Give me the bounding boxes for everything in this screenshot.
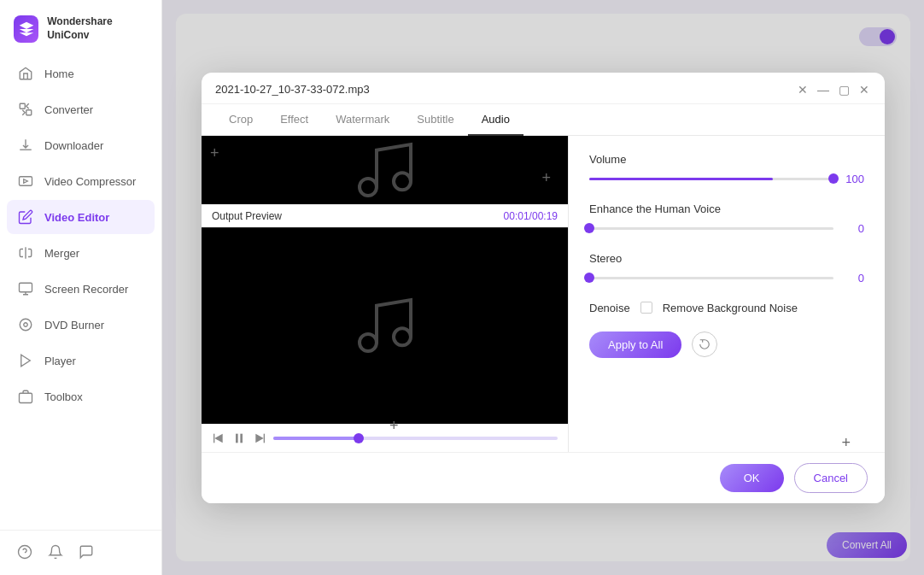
enhance-label: Enhance the Human Voice [589, 202, 864, 215]
reset-icon [699, 338, 711, 350]
enhance-slider-track[interactable] [589, 227, 833, 230]
enhance-group: Enhance the Human Voice 0 [589, 202, 864, 235]
sidebar-nav: Home Converter Downloader [0, 56, 161, 530]
sidebar-item-downloader[interactable]: Downloader [7, 128, 155, 162]
dvd-burner-icon [17, 316, 34, 333]
apply-row: Apply to All [589, 332, 864, 365]
sidebar-item-screen-recorder-label: Screen Recorder [44, 283, 128, 296]
svg-rect-18 [264, 433, 265, 443]
output-preview-label: Output Preview [212, 210, 282, 222]
sidebar-item-toolbox[interactable]: Toolbox [7, 379, 155, 414]
apply-to-all-button[interactable]: Apply to All [589, 332, 681, 358]
sidebar-item-player[interactable]: Player [7, 343, 155, 378]
notifications-icon[interactable] [48, 544, 65, 561]
tab-audio[interactable]: Audio [468, 104, 523, 136]
tab-effect[interactable]: Effect [266, 104, 322, 136]
denoise-checkbox-label: Remove Background Noise [663, 302, 798, 314]
volume-slider-row: 100 [589, 173, 864, 185]
stereo-group: Stereo 0 [589, 252, 864, 285]
sidebar-item-dvd-burner[interactable]: DVD Burner [7, 308, 155, 342]
toolbox-icon [17, 388, 34, 405]
audio-settings-panel: Volume 100 Enhance the Human Vo [569, 136, 885, 452]
app-logo: Wondershare UniConv [0, 9, 161, 56]
bottom-video-output: + + [202, 227, 568, 424]
progress-thumb [354, 433, 364, 443]
tab-subtitle[interactable]: Subtitle [403, 104, 467, 136]
sidebar: Wondershare UniConv Home Convert [0, 0, 162, 575]
sidebar-item-video-compressor-label: Video Compressor [44, 175, 136, 188]
svg-rect-14 [213, 433, 214, 443]
video-panel: + + Output Preview 00:01/00:19 [202, 136, 569, 452]
sidebar-footer [0, 530, 161, 575]
top-video-preview: + + [202, 136, 568, 204]
volume-slider-thumb [828, 173, 839, 184]
svg-marker-13 [214, 433, 222, 443]
reset-button[interactable] [692, 332, 717, 357]
dialog-filename: 2021-10-27_10-37-33-072.mp3 [215, 83, 370, 96]
svg-point-5 [24, 323, 28, 327]
minimize-button[interactable]: — [816, 83, 830, 97]
stereo-value: 0 [844, 272, 864, 285]
feedback-icon[interactable] [79, 544, 96, 561]
enhance-slider-thumb [584, 223, 594, 233]
dialog-tabs: Crop Effect Watermark Subtitle Audio [202, 104, 885, 136]
maximize-button[interactable]: ▢ [837, 83, 851, 97]
sidebar-item-merger[interactable]: Merger [7, 236, 155, 270]
volume-slider-fill [589, 178, 773, 180]
downloader-icon [17, 137, 34, 154]
ok-button[interactable]: OK [720, 464, 784, 492]
music-note-icon-top [351, 136, 419, 204]
svg-rect-0 [20, 103, 25, 109]
progress-fill [273, 437, 359, 440]
close-button[interactable]: ✕ [796, 83, 810, 97]
help-icon[interactable] [17, 544, 34, 561]
sparkle-decoration-bottom2: + [841, 434, 851, 452]
audio-dialog: 2021-10-27_10-37-33-072.mp3 ✕ — ▢ ✕ Crop… [202, 73, 885, 503]
dialog-footer: OK Cancel [202, 452, 885, 503]
preview-label-row: Output Preview 00:01/00:19 [202, 204, 568, 227]
enhance-value: 0 [844, 222, 864, 235]
sidebar-item-video-compressor[interactable]: Video Compressor [7, 164, 155, 198]
sidebar-item-toolbox-label: Toolbox [44, 390, 83, 403]
sidebar-item-downloader-label: Downloader [44, 139, 103, 152]
sidebar-item-video-editor[interactable]: Video Editor [7, 200, 155, 234]
sidebar-item-converter[interactable]: Converter [7, 92, 155, 126]
volume-label: Volume [589, 153, 864, 166]
player-icon [17, 352, 34, 369]
sidebar-item-home-label: Home [44, 67, 74, 80]
merger-icon [17, 244, 34, 261]
sidebar-item-video-editor-label: Video Editor [44, 211, 109, 224]
volume-slider-track[interactable] [589, 178, 833, 180]
stereo-label: Stereo [589, 252, 864, 265]
stereo-slider-track[interactable] [589, 277, 833, 279]
sidebar-item-merger-label: Merger [44, 247, 79, 260]
sidebar-item-player-label: Player [44, 355, 76, 367]
sparkle-decoration-top2: + [541, 169, 551, 187]
sparkle-decoration-top: + [210, 144, 219, 162]
sidebar-item-home[interactable]: Home [7, 56, 155, 91]
denoise-label: Denoise [589, 302, 630, 314]
prev-button[interactable] [212, 431, 225, 445]
denoise-checkbox[interactable] [640, 302, 652, 314]
video-editor-icon [17, 208, 34, 226]
sidebar-item-screen-recorder[interactable]: Screen Recorder [7, 272, 155, 306]
tab-watermark[interactable]: Watermark [322, 104, 403, 136]
pause-button[interactable] [232, 431, 246, 445]
dialog-overlay: 2021-10-27_10-37-33-072.mp3 ✕ — ▢ ✕ Crop… [162, 0, 924, 575]
next-button[interactable] [253, 431, 266, 445]
playback-progress-bar[interactable] [273, 437, 558, 440]
fullscreen-close-button[interactable]: ✕ [857, 83, 871, 97]
converter-icon [17, 101, 34, 118]
volume-group: Volume 100 [589, 153, 864, 185]
window-controls: ✕ — ▢ ✕ [796, 83, 871, 97]
svg-rect-7 [20, 393, 32, 402]
screen-recorder-icon [17, 280, 34, 297]
video-compressor-icon [17, 173, 34, 190]
svg-rect-3 [20, 283, 32, 292]
cancel-button[interactable]: Cancel [794, 463, 868, 493]
tab-crop[interactable]: Crop [215, 104, 266, 136]
home-icon [17, 65, 34, 82]
denoise-row: Denoise Remove Background Noise [589, 302, 864, 314]
prev-icon [212, 431, 225, 445]
enhance-slider-row: 0 [589, 222, 864, 235]
